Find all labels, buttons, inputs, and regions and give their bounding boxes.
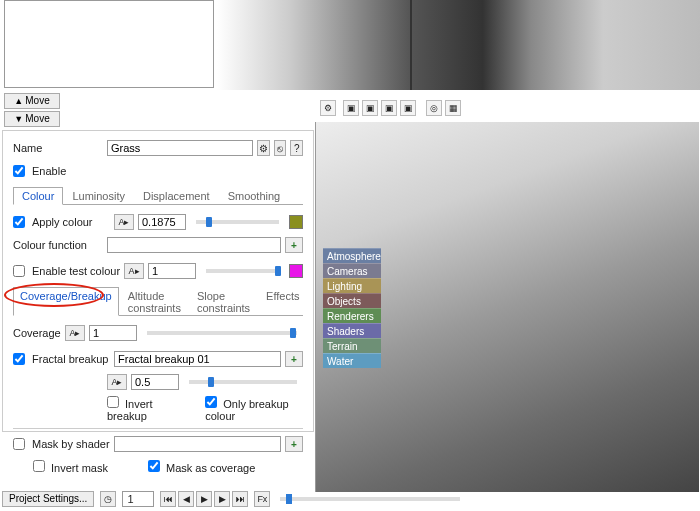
- name-label: Name: [13, 142, 103, 154]
- reference-icon[interactable]: ⎋: [274, 140, 287, 156]
- apply-colour-checkbox[interactable]: [13, 216, 25, 228]
- subtab-coverage-breakup[interactable]: Coverage/Breakup: [13, 287, 119, 316]
- view-icon-3[interactable]: ▣: [381, 100, 397, 116]
- node-lighting[interactable]: Lighting: [323, 278, 381, 293]
- coverage-slider[interactable]: [147, 331, 297, 335]
- help-icon[interactable]: ?: [290, 140, 303, 156]
- timeline-slider[interactable]: [280, 497, 460, 501]
- breakup-slider[interactable]: [189, 380, 297, 384]
- mask-by-shader-checkbox[interactable]: [13, 438, 25, 450]
- tab-smoothing[interactable]: Smoothing: [219, 187, 290, 205]
- mask-as-coverage-label: Mask as coverage: [166, 462, 255, 474]
- fractal-breakup-add-icon[interactable]: +: [285, 351, 303, 367]
- view-icon-4[interactable]: ▣: [400, 100, 416, 116]
- node-water[interactable]: Water: [323, 353, 381, 368]
- subtab-altitude[interactable]: Altitude constraints: [121, 287, 188, 316]
- node-terrain[interactable]: Terrain: [323, 338, 381, 353]
- fx-icon[interactable]: Fx: [254, 491, 270, 507]
- tab-displacement[interactable]: Displacement: [134, 187, 219, 205]
- move-down-label: Move: [25, 113, 49, 124]
- gear-icon[interactable]: ⚙: [257, 140, 270, 156]
- test-colour-anim-button[interactable]: A▸: [124, 263, 144, 279]
- tool-icon[interactable]: ⚙: [320, 100, 336, 116]
- move-down-button[interactable]: ▼Move: [4, 111, 60, 127]
- apply-colour-label: Apply colour: [32, 216, 110, 228]
- node-atmosphere[interactable]: Atmosphere: [323, 248, 381, 263]
- coverage-label: Coverage: [13, 327, 61, 339]
- apply-colour-value[interactable]: [138, 214, 186, 230]
- test-colour-value[interactable]: [148, 263, 196, 279]
- viewport-top: [217, 0, 700, 90]
- project-settings-button[interactable]: Project Settings...: [2, 491, 94, 507]
- test-colour-swatch[interactable]: [289, 264, 303, 278]
- subtab-slope[interactable]: Slope constraints: [190, 287, 257, 316]
- main-tabs: Colour Luminosity Displacement Smoothing: [13, 186, 303, 205]
- subtab-effects[interactable]: Effects: [259, 287, 306, 316]
- triangle-down-icon: ▼: [14, 114, 23, 124]
- coverage-value[interactable]: [89, 325, 137, 341]
- colour-function-input[interactable]: [107, 237, 281, 253]
- fractal-breakup-checkbox[interactable]: [13, 353, 25, 365]
- fractal-breakup-name[interactable]: [114, 351, 281, 367]
- node-shaders[interactable]: Shaders: [323, 323, 381, 338]
- node-category-list: Atmosphere Cameras Lighting Objects Rend…: [323, 248, 381, 368]
- go-start-icon[interactable]: ⏮: [160, 491, 176, 507]
- colour-function-label: Colour function: [13, 239, 103, 251]
- tab-colour[interactable]: Colour: [13, 187, 63, 205]
- preview-panel: [4, 0, 214, 88]
- node-cameras[interactable]: Cameras: [323, 263, 381, 278]
- target-icon[interactable]: ◎: [426, 100, 442, 116]
- colour-function-add-icon[interactable]: +: [285, 237, 303, 253]
- move-up-button[interactable]: ▲Move: [4, 93, 60, 109]
- mask-by-shader-input[interactable]: [114, 436, 281, 452]
- step-back-icon[interactable]: ◀: [178, 491, 194, 507]
- divider: [13, 428, 303, 429]
- grid-icon[interactable]: ▦: [445, 100, 461, 116]
- breakup-value[interactable]: [131, 374, 179, 390]
- only-breakup-colour-label: Only breakup colour: [205, 398, 289, 422]
- move-up-label: Move: [25, 95, 49, 106]
- enable-checkbox[interactable]: [13, 165, 25, 177]
- tab-luminosity[interactable]: Luminosity: [63, 187, 134, 205]
- frame-number[interactable]: 1: [122, 491, 154, 507]
- invert-breakup-checkbox[interactable]: [107, 396, 119, 408]
- triangle-up-icon: ▲: [14, 96, 23, 106]
- test-colour-slider[interactable]: [206, 269, 279, 273]
- node-renderers[interactable]: Renderers: [323, 308, 381, 323]
- sub-tabs: Coverage/Breakup Altitude constraints Sl…: [13, 286, 303, 316]
- coverage-anim-button[interactable]: A▸: [65, 325, 85, 341]
- enable-test-colour-label: Enable test colour: [32, 265, 120, 277]
- properties-panel: Name ⚙ ⎋ ? Enable Colour Luminosity Disp…: [2, 130, 314, 432]
- mask-as-coverage-checkbox[interactable]: [148, 460, 160, 472]
- breakup-anim-button[interactable]: A▸: [107, 374, 127, 390]
- only-breakup-colour-checkbox[interactable]: [205, 396, 217, 408]
- enable-label: Enable: [32, 165, 66, 177]
- node-objects[interactable]: Objects: [323, 293, 381, 308]
- invert-mask-checkbox[interactable]: [33, 460, 45, 472]
- fractal-breakup-label: Fractal breakup: [32, 353, 110, 365]
- mask-add-icon[interactable]: +: [285, 436, 303, 452]
- name-input[interactable]: [107, 140, 253, 156]
- apply-colour-anim-button[interactable]: A▸: [114, 214, 134, 230]
- invert-mask-label: Invert mask: [51, 462, 108, 474]
- mask-by-shader-label: Mask by shader: [32, 438, 110, 450]
- viewport-toolbar: ⚙ ▣ ▣ ▣ ▣ ◎ ▦: [320, 100, 464, 116]
- step-fwd-icon[interactable]: ▶: [214, 491, 230, 507]
- view-icon-2[interactable]: ▣: [362, 100, 378, 116]
- bottom-bar: Project Settings... ◷ 1 ⏮ ◀ ▶ ▶ ⏭ Fx: [2, 490, 698, 508]
- apply-colour-slider[interactable]: [196, 220, 279, 224]
- apply-colour-swatch[interactable]: [289, 215, 303, 229]
- go-end-icon[interactable]: ⏭: [232, 491, 248, 507]
- clock-icon[interactable]: ◷: [100, 491, 116, 507]
- enable-test-colour-checkbox[interactable]: [13, 265, 25, 277]
- view-icon-1[interactable]: ▣: [343, 100, 359, 116]
- play-icon[interactable]: ▶: [196, 491, 212, 507]
